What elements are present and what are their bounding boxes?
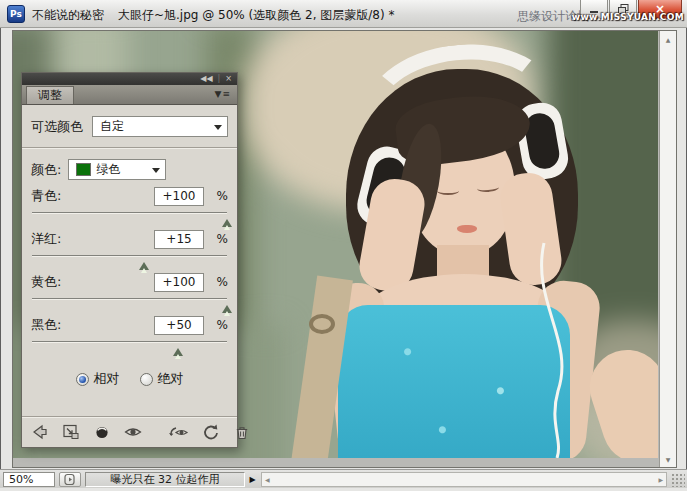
cyan-slider[interactable] [32, 209, 227, 223]
window-title-app: 不能说的秘密 [32, 7, 104, 24]
slider-thumb[interactable] [222, 300, 232, 313]
yellow-value-field[interactable] [154, 273, 204, 292]
absolute-label: 绝对 [158, 370, 184, 388]
color-swatch [76, 163, 91, 176]
cyan-value-field[interactable] [154, 187, 204, 206]
watermark-text: www.MISSYUAN.COM [572, 12, 684, 22]
tab-adjustments[interactable]: 调整 [26, 86, 74, 104]
horizontal-scrollbar[interactable]: ◀ ▶ [261, 472, 667, 487]
close-panel-icon[interactable]: × [225, 75, 232, 83]
reset-icon [201, 422, 221, 442]
eye-with-arrow-icon [168, 422, 190, 442]
back-arrow-icon [30, 422, 50, 442]
absolute-option[interactable]: 绝对 [140, 370, 184, 388]
panel-icon-bar [22, 416, 237, 447]
relative-option[interactable]: 相对 [76, 370, 120, 388]
slider-thumb[interactable] [173, 343, 183, 356]
status-message: 曝光只在 32 位起作用 [85, 472, 245, 487]
black-slider[interactable] [32, 338, 227, 352]
photoshop-app-icon: Ps [7, 5, 25, 23]
cyan-label: 青色: [31, 187, 61, 205]
relative-label: 相对 [94, 370, 120, 388]
canvas-matte [13, 458, 658, 467]
chevron-down-icon [152, 168, 160, 177]
expanded-view-button[interactable] [61, 421, 81, 443]
color-row: 颜色: 绿色 [31, 159, 228, 180]
scroll-right-icon[interactable]: ▶ [658, 476, 663, 483]
slider-track [32, 341, 227, 343]
slider-track [32, 298, 227, 300]
magenta-label: 洋红: [31, 230, 61, 248]
panel-body: 可选颜色 自定 颜色: 绿色 青色: % [22, 105, 237, 418]
adjustment-title: 可选颜色 [31, 118, 83, 136]
panel-tab-strip: 调整 ▼≡ [22, 85, 237, 105]
trash-icon [232, 422, 252, 442]
document-info-icon [63, 473, 77, 486]
yellow-slider-group: 黄色: % [31, 270, 228, 309]
zoom-level-field[interactable]: 50% [3, 472, 55, 487]
chrome-divider: | [218, 75, 221, 83]
yellow-label: 黄色: [31, 273, 61, 291]
slider-thumb[interactable] [222, 214, 232, 227]
slider-track [32, 212, 227, 214]
divider [22, 147, 237, 149]
status-bar: 50% 曝光只在 32 位起作用 ▶ ◀ ▶ [0, 469, 687, 488]
scroll-up-button[interactable]: ▲ [660, 32, 676, 46]
yellow-slider[interactable] [32, 295, 227, 309]
scroll-down-button[interactable]: ▼ [660, 452, 676, 466]
black-value-field[interactable] [154, 316, 204, 335]
photoshop-window: Ps 不能说的秘密 大眼仔~旭.jpg @ 50% (选取颜色 2, 图层蒙版/… [0, 0, 687, 491]
black-unit: % [204, 318, 228, 332]
collapse-panel-icon[interactable]: ◀◀ [200, 75, 212, 83]
magenta-value-field[interactable] [154, 230, 204, 249]
expand-panel-icon [61, 422, 81, 442]
magenta-slider-group: 洋红: % [31, 227, 228, 266]
slider-thumb[interactable] [139, 257, 149, 270]
adjustments-panel: ◀◀ | × 调整 ▼≡ 可选颜色 自定 颜色: 绿色 [21, 72, 238, 448]
color-label: 颜色: [31, 161, 61, 179]
color-value: 绿色 [96, 161, 120, 178]
resize-grip[interactable] [670, 472, 685, 487]
panel-chrome-bar[interactable]: ◀◀ | × [22, 73, 237, 85]
title-bar[interactable]: Ps 不能说的秘密 大眼仔~旭.jpg @ 50% (选取颜色 2, 图层蒙版/… [0, 0, 687, 28]
eye-icon [123, 422, 143, 442]
preset-value: 自定 [100, 118, 124, 135]
window-title-document: 大眼仔~旭.jpg @ 50% (选取颜色 2, 图层蒙版/8) * [118, 7, 395, 24]
chevron-down-icon [214, 125, 222, 134]
relative-radio[interactable] [76, 373, 89, 386]
view-previous-state-button[interactable] [168, 421, 190, 443]
absolute-radio[interactable] [140, 373, 153, 386]
magenta-slider[interactable] [32, 252, 227, 266]
preset-row: 可选颜色 自定 [31, 116, 228, 137]
delete-adjustment-button[interactable] [232, 421, 252, 443]
scroll-up-icon: ▲ [666, 36, 671, 43]
yellow-unit: % [204, 275, 228, 289]
color-dropdown[interactable]: 绿色 [68, 159, 166, 180]
black-slider-group: 黑色: % [31, 313, 228, 352]
status-options-button[interactable] [59, 472, 81, 487]
method-row: 相对 绝对 [31, 370, 228, 388]
clip-to-layer-icon [92, 422, 112, 442]
magenta-unit: % [204, 232, 228, 246]
preset-dropdown[interactable]: 自定 [92, 116, 228, 137]
toggle-visibility-button[interactable] [123, 421, 143, 443]
return-to-adjustment-list-button[interactable] [30, 421, 50, 443]
status-flyout-button[interactable]: ▶ [245, 475, 260, 484]
status-message-text: 曝光只在 32 位起作用 [111, 472, 220, 487]
clip-to-layer-button[interactable] [92, 421, 112, 443]
scroll-left-icon[interactable]: ◀ [265, 476, 270, 483]
slider-track [32, 255, 227, 257]
vertical-scrollbar[interactable]: ▲ ▼ [659, 31, 676, 467]
cyan-slider-group: 青色: % [31, 184, 228, 223]
cyan-unit: % [204, 189, 228, 203]
scroll-down-icon: ▼ [666, 456, 671, 463]
reset-button[interactable] [201, 421, 221, 443]
panel-menu-icon[interactable]: ▼≡ [215, 89, 231, 99]
black-label: 黑色: [31, 316, 61, 334]
